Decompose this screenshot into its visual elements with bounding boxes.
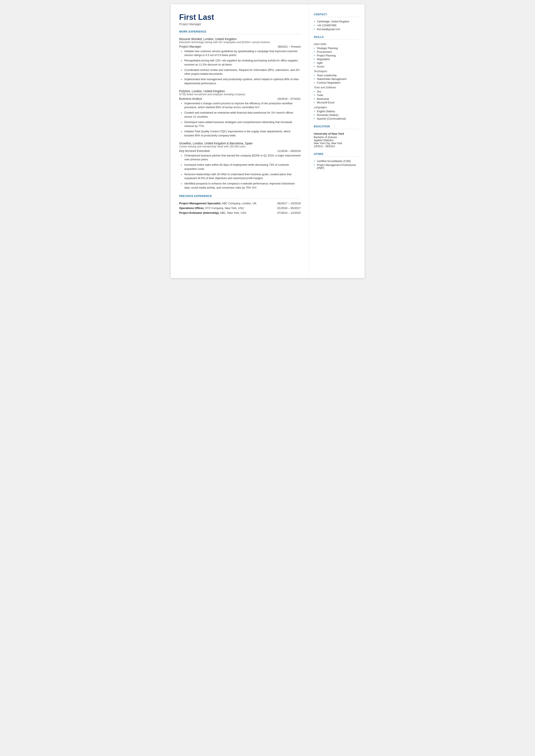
bullet-1-1: Initiated new customer service guideline… [181,49,301,58]
contact-list: Cambridge, United Kingdom +44 1234567890… [314,20,359,31]
bullets-2: Implemented a change control process to … [179,101,301,138]
company-2: Polyhire, London, United Kingdom [179,90,301,93]
edu-degree: Bachelor of Science [314,136,359,139]
company-3-rest: London, United Kingdom & Barcelona, Spai… [192,142,253,145]
language-romanian: Romanian (Native) [314,114,359,117]
skill-basecamp: Basecamp [314,98,359,100]
edu-date: 10/2011 - 06/2014 [314,145,359,148]
hard-skills-label: Hard Skills: [314,43,359,46]
skill-negotiation: Negotiation [314,58,359,61]
previous-experience-section: PREVIOUS EXPERIENCE Project Management S… [179,195,301,214]
skill-contract-negotiation: Contract Negotiation [314,81,359,84]
skills-section: SKILLS Hard Skills: Strategic Planning P… [314,36,359,120]
person-title: Project Manager [179,22,301,26]
skill-project-planning: Project Planning [314,54,359,57]
company-3-desc: Career training and membership SaaS with… [179,145,301,148]
bullet-1-4: Implemented time management and producti… [181,77,301,86]
company-1-rest: London, United Kingdom [203,37,237,41]
techniques-label: Techniques: [314,70,359,73]
prev-date-1: 06/2017 – 10/2018 [277,202,300,205]
job-date-1: 08/2021 – Present [278,45,300,48]
skill-trello: Trello [314,94,359,97]
other-section: OTHER Certified ScrumMaster (CSM) Projec… [314,153,359,170]
skill-strategic-planning: Strategic Planning [314,47,359,50]
bullets-3: CHampioned business pitches that earned … [179,154,301,190]
tools-label: Tools and Software: [314,86,359,89]
person-name: First Last [179,13,301,21]
work-experience-section: WORK EXPERIENCE Resume Worded, London, U… [179,30,301,190]
skill-stakeholder-management: Stakeholder Management [314,78,359,81]
other-pmp: Project Management Professional (PMP) [314,164,359,170]
contact-location: Cambridge, United Kingdom [314,20,359,23]
bullet-3-2: Increased online sales within 60 days of… [181,163,301,171]
bullet-2-4: Initiated Total Quality Control (TQC) im… [181,129,301,138]
skills-title: SKILLS [314,36,359,40]
prev-date-2: 01/2016 – 05/2017 [277,207,300,210]
company-3-bold: Growthsi, [179,142,192,145]
language-english: English (Native) [314,110,359,113]
education-title: EDUCATION [314,125,359,129]
company-2-desc: NYSE-listed recruitment and employer bra… [179,93,301,96]
job-row-2: Business Analyst 10/2019 – 07/2021 [179,97,301,100]
bullet-1-3: Coordinated contract review and submissi… [181,68,301,76]
bullets-1: Initiated new customer service guideline… [179,49,301,86]
right-column: CONTACT Cambridge, United Kingdom +44 12… [309,4,365,278]
hard-skills-list: Strategic Planning Procurement Project P… [314,47,359,68]
tools-list: Jira Trello Basecamp Microsoft Excel [314,90,359,104]
job-date-3: 11/2018 – 09/2019 [277,149,300,153]
contact-title: CONTACT [314,13,359,17]
work-experience-title: WORK EXPERIENCE [179,30,301,34]
languages-list: English (Native) Romanian (Native) Spani… [314,110,359,120]
skill-excel: Microsoft Excel [314,101,359,104]
other-title: OTHER [314,153,359,157]
prev-item-2: Operations Officer, XYZ Company, New Yor… [179,207,301,210]
company-2-bold: Polyhire, [179,90,191,93]
edu-field: Applied Statistics [314,139,359,142]
skill-procurement: Procurement [314,50,359,53]
prev-date-3: 07/2014 – 12/2015 [277,211,300,214]
other-list: Certified ScrumMaster (CSM) Project Mana… [314,160,359,170]
education-section: EDUCATION University of New York Bachelo… [314,125,359,148]
job-title-2: Business Analyst [179,97,202,100]
language-spanish: Spanish (Conversational) [314,117,359,120]
work-entry-3: Growthsi, London, United Kingdom & Barce… [179,142,301,190]
company-1: Resume Worded, London, United Kingdom [179,37,301,41]
prev-title-1: Project Management Specialist, ABC Compa… [179,202,257,205]
skill-team-leadership: Team Leadership [314,74,359,77]
edu-school: University of New York [314,132,359,135]
prev-title-3: Project Estimator (Internship), ABC, New… [179,211,246,214]
company-1-desc: Education technology startup with 50+ em… [179,41,301,44]
job-title-1: Project Manager [179,45,202,48]
work-entry-2: Polyhire, London, United Kingdom NYSE-li… [179,90,301,138]
job-date-2: 10/2019 – 07/2021 [277,97,300,100]
job-title-3: Key Account Executive [179,149,210,153]
work-entry-1: Resume Worded, London, United Kingdom Ed… [179,37,301,86]
prev-item-3: Project Estimator (Internship), ABC, New… [179,211,301,214]
other-csm: Certified ScrumMaster (CSM) [314,160,359,163]
languages-label: Languages: [314,106,359,109]
contact-email: first.last@gmail.com [314,28,359,31]
left-column: First Last Project Manager WORK EXPERIEN… [171,4,309,278]
bullet-3-3: Nurtured relationships with 20 HNIs to u… [181,172,301,181]
bullet-1-2: Renegotiated pricing with 120+ old suppl… [181,59,301,67]
resume-page: First Last Project Manager WORK EXPERIEN… [171,4,365,278]
skill-scrum: Scrum [314,65,359,68]
bullet-2-2: Created and maintained an enterprise-wid… [181,111,301,119]
bullet-3-4: Identified prospects to enhance the comp… [181,182,301,190]
company-3: Growthsi, London, United Kingdom & Barce… [179,142,301,145]
job-row-1: Project Manager 08/2021 – Present [179,45,301,48]
skill-jira: Jira [314,90,359,93]
company-1-bold: Resume Worded, [179,37,203,41]
prev-title-2: Operations Officer, XYZ Company, New Yor… [179,207,244,210]
edu-location: New York City, New York [314,142,359,145]
contact-section: CONTACT Cambridge, United Kingdom +44 12… [314,13,359,31]
prev-item-1: Project Management Specialist, ABC Compa… [179,202,301,205]
job-row-3: Key Account Executive 11/2018 – 09/2019 [179,149,301,153]
bullet-2-3: Developed value-added business strategie… [181,120,301,128]
company-2-rest: London, United Kingdom [191,90,225,93]
bullet-3-1: CHampioned business pitches that earned … [181,154,301,162]
techniques-list: Team Leadership Stakeholder Management C… [314,74,359,84]
previous-experience-title: PREVIOUS EXPERIENCE [179,195,301,199]
contact-phone: +44 1234567890 [314,24,359,27]
skill-agile: Agile [314,61,359,65]
